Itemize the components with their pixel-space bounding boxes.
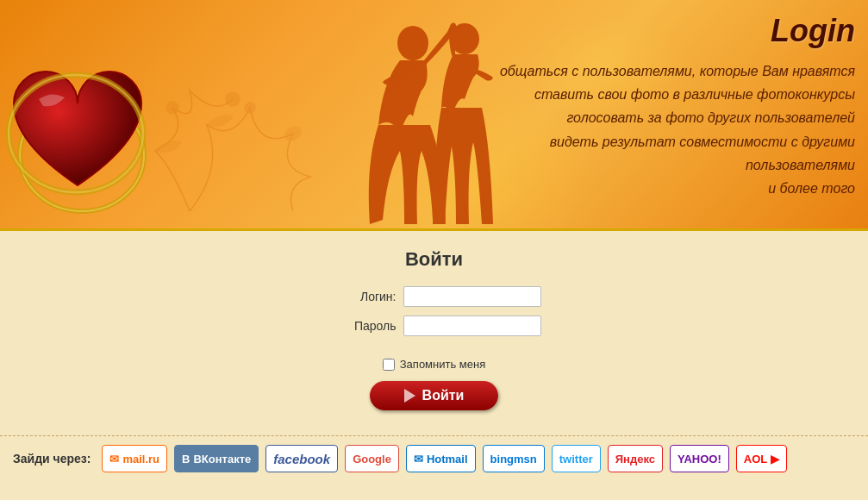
password-input[interactable]	[403, 316, 541, 336]
social-mail-label: mail.ru	[122, 453, 159, 466]
social-yahoo-label: YAHOO!	[678, 453, 721, 466]
login-row: Логин:	[328, 286, 541, 307]
banner-description: общаться с пользователями, которые Вам н…	[500, 59, 855, 200]
facebook-label: facebook	[273, 452, 330, 466]
social-twitter-button[interactable]: twitter	[552, 445, 601, 472]
svg-point-0	[226, 92, 240, 106]
banner-title: Login	[500, 13, 855, 49]
remember-checkbox[interactable]	[383, 359, 395, 371]
social-hotmail-button[interactable]: ✉ Hotmail	[406, 445, 476, 472]
svg-point-1	[245, 103, 255, 113]
social-mail-button[interactable]: ✉ mail.ru	[102, 445, 167, 472]
banner-text-area: Login общаться с пользователями, которые…	[500, 13, 855, 200]
banner-line-4: видеть результат совместимости с другими	[550, 134, 855, 149]
banner-line-2: ставить свои фото в различные фотоконкур…	[534, 87, 855, 102]
social-vk-button[interactable]: В ВКонтакте	[174, 445, 259, 472]
login-button[interactable]: Войти	[370, 381, 499, 410]
mail-icon: ✉	[109, 453, 119, 466]
vk-icon: В	[182, 453, 190, 466]
social-google-label: Google	[353, 453, 391, 466]
social-aol-label: AOL ▶	[744, 453, 779, 466]
social-vk-label: ВКонтакте	[193, 453, 251, 466]
banner-line-3: голосовать за фото других пользователей	[566, 110, 855, 125]
social-yandex-button[interactable]: Яндекс	[608, 445, 663, 472]
hearts-decoration	[4, 30, 155, 220]
footer-label: Зайди через:	[13, 452, 91, 466]
social-yandex-label: Яндекс	[615, 453, 655, 466]
footer: Зайди через: ✉ mail.ru В ВКонтакте faceb…	[0, 435, 868, 481]
banner-line-5: пользователями	[746, 158, 855, 172]
social-yahoo-button[interactable]: YAHOO!	[670, 445, 729, 472]
social-hotmail-label: Hotmail	[427, 453, 468, 466]
login-title: Войти	[405, 248, 463, 271]
main-content: Войти Логин: Пароль Запомнить меня Войти	[0, 228, 868, 435]
login-button-label: Войти	[422, 388, 465, 403]
remember-label: Запомнить меня	[400, 358, 485, 371]
login-label: Логин:	[328, 290, 397, 303]
remember-row: Запомнить меня	[383, 358, 485, 371]
login-input[interactable]	[403, 286, 541, 307]
password-label: Пароль	[328, 319, 397, 333]
social-bing-button[interactable]: bingmsn	[483, 445, 545, 472]
social-facebook-button[interactable]: facebook	[265, 445, 338, 472]
hotmail-icon: ✉	[414, 453, 423, 466]
svg-point-2	[166, 102, 178, 114]
banner-line-1: общаться с пользователями, которые Вам н…	[500, 64, 855, 78]
password-row: Пароль	[328, 316, 541, 336]
social-twitter-label: twitter	[559, 453, 593, 466]
svg-point-4	[397, 26, 428, 60]
login-section: Войти Логин: Пароль Запомнить меня Войти	[0, 248, 868, 410]
social-aol-button[interactable]: AOL ▶	[736, 445, 787, 472]
social-google-button[interactable]: Google	[345, 445, 399, 472]
banner-line-6: и более того	[768, 181, 855, 196]
header-banner: Login общаться с пользователями, которые…	[0, 0, 868, 228]
social-bing-label: bingmsn	[490, 453, 537, 466]
